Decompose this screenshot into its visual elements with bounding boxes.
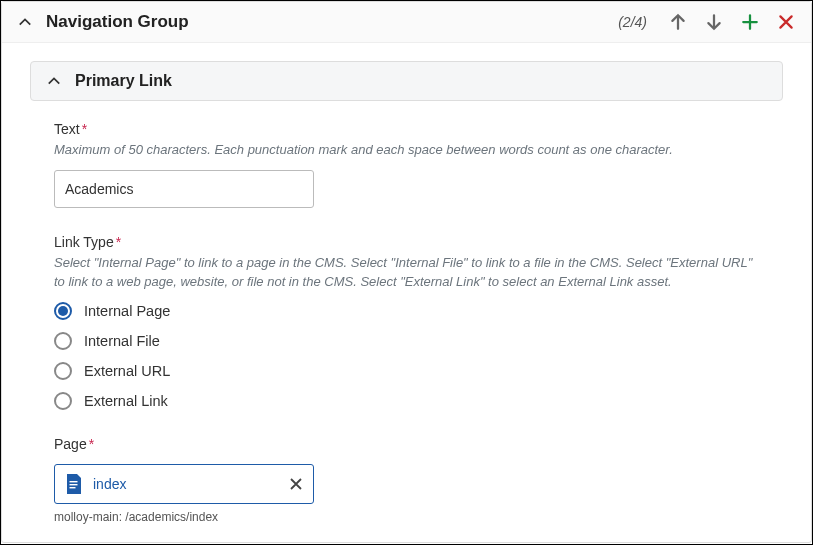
text-field-group: Text* Maximum of 50 characters. Each pun…	[54, 121, 759, 208]
page-field-group: Page* index	[54, 436, 759, 524]
primary-link-header[interactable]: Primary Link	[30, 61, 783, 101]
navigation-group-header[interactable]: Navigation Group (2/4)	[2, 2, 811, 43]
clear-page-icon[interactable]	[287, 475, 305, 493]
panel-title: Navigation Group	[46, 12, 618, 32]
link-type-help: Select "Internal Page" to link to a page…	[54, 254, 759, 292]
link-type-group: Link Type* Select "Internal Page" to lin…	[54, 234, 759, 410]
required-mark: *	[89, 436, 94, 452]
required-mark: *	[82, 121, 87, 137]
text-input[interactable]	[54, 170, 314, 208]
page-chooser[interactable]: index	[54, 464, 314, 504]
add-icon[interactable]	[741, 13, 759, 31]
radio-label: Internal File	[84, 333, 160, 349]
radio-indicator	[54, 302, 72, 320]
group-counter: (2/4)	[618, 14, 647, 30]
remove-icon[interactable]	[777, 13, 795, 31]
svg-rect-0	[70, 481, 78, 482]
svg-rect-2	[70, 487, 76, 488]
chevron-up-icon	[18, 15, 32, 29]
radio-label: External Link	[84, 393, 168, 409]
page-path: molloy-main: /academics/index	[54, 510, 759, 524]
radio-external-link[interactable]: External Link	[54, 392, 759, 410]
required-mark: *	[116, 234, 121, 250]
radio-label: Internal Page	[84, 303, 170, 319]
inner-panel-title: Primary Link	[75, 72, 172, 90]
svg-rect-1	[70, 484, 78, 485]
navigation-group-panel: Navigation Group (2/4) Primary Link	[1, 1, 812, 543]
page-label-text: Page	[54, 436, 87, 452]
link-type-label: Link Type*	[54, 234, 759, 250]
header-controls: (2/4)	[618, 13, 795, 31]
page-chooser-value: index	[93, 476, 277, 492]
panel-content: Primary Link Text* Maximum of 50 charact…	[2, 43, 811, 524]
radio-internal-page[interactable]: Internal Page	[54, 302, 759, 320]
radio-indicator	[54, 362, 72, 380]
chevron-up-icon	[47, 74, 61, 88]
text-label: Text*	[54, 121, 759, 137]
primary-link-panel: Primary Link Text* Maximum of 50 charact…	[30, 61, 783, 524]
radio-label: External URL	[84, 363, 170, 379]
link-type-label-text: Link Type	[54, 234, 114, 250]
move-up-icon[interactable]	[669, 13, 687, 31]
page-icon	[65, 474, 83, 494]
radio-internal-file[interactable]: Internal File	[54, 332, 759, 350]
link-type-radio-list: Internal Page Internal File External URL	[54, 302, 759, 410]
form-body: Text* Maximum of 50 characters. Each pun…	[30, 101, 783, 524]
radio-external-url[interactable]: External URL	[54, 362, 759, 380]
radio-indicator	[54, 392, 72, 410]
text-help: Maximum of 50 characters. Each punctuati…	[54, 141, 759, 160]
radio-indicator	[54, 332, 72, 350]
page-label: Page*	[54, 436, 759, 452]
move-down-icon[interactable]	[705, 13, 723, 31]
text-label-text: Text	[54, 121, 80, 137]
